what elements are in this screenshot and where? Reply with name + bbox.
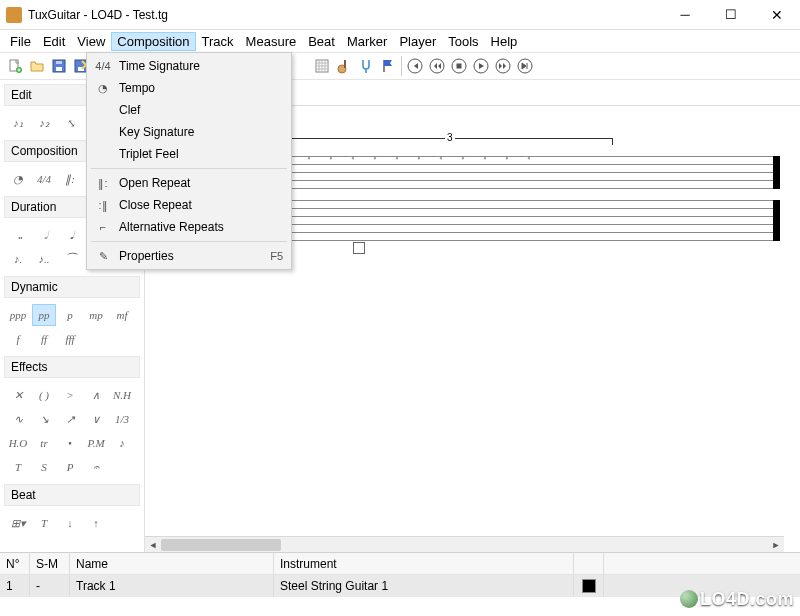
horizontal-scrollbar[interactable]: ◄ ► — [145, 536, 784, 552]
player-first-button[interactable] — [404, 55, 426, 77]
menu-properties[interactable]: ✎ Properties F5 — [89, 245, 289, 267]
menu-label: Open Repeat — [119, 176, 190, 190]
close-button[interactable]: ✕ — [754, 0, 800, 29]
marker-button[interactable] — [377, 55, 399, 77]
col-instrument[interactable]: Instrument — [274, 553, 574, 574]
effect-fermata-button[interactable]: 𝄐 — [84, 456, 108, 478]
scroll-right-arrow-icon[interactable]: ► — [768, 537, 784, 552]
menu-track[interactable]: Track — [196, 32, 240, 51]
dynamic-pp-button[interactable]: pp — [32, 304, 56, 326]
new-icon — [7, 58, 23, 74]
new-button[interactable] — [4, 55, 26, 77]
effect-slide-button[interactable]: ↘ — [32, 408, 56, 430]
maximize-button[interactable]: ☐ — [708, 0, 754, 29]
chord-button[interactable] — [311, 55, 333, 77]
dynamic-mf-button[interactable]: mf — [110, 304, 134, 326]
chord-icon — [314, 58, 330, 74]
dynamic-fff-button[interactable]: fff — [58, 328, 82, 350]
effect-popping-button[interactable]: P — [58, 456, 82, 478]
duration-dbldotted-button[interactable]: ♪.. — [32, 248, 56, 270]
instruments-button[interactable] — [355, 55, 377, 77]
col-number[interactable]: N° — [0, 553, 30, 574]
duration-half-button[interactable]: 𝅗𝅥 — [32, 224, 56, 246]
menu-shortcut: F5 — [270, 250, 283, 262]
beat-text-button[interactable]: T — [32, 512, 56, 534]
menu-help[interactable]: Help — [485, 32, 524, 51]
open-button[interactable] — [26, 55, 48, 77]
menu-file[interactable]: File — [4, 32, 37, 51]
edit-voice2-button[interactable]: ♪₂ — [32, 112, 56, 134]
duration-whole-button[interactable]: 𝅝 — [6, 224, 30, 246]
edit-select-button[interactable]: ⤡ — [58, 112, 82, 134]
scroll-left-arrow-icon[interactable]: ◄ — [145, 537, 161, 552]
player-prev-button[interactable] — [426, 55, 448, 77]
menu-measure[interactable]: Measure — [240, 32, 303, 51]
menu-time-signature[interactable]: 4/4 Time Signature — [89, 55, 289, 77]
menu-label: Triplet Feel — [119, 147, 179, 161]
menu-edit[interactable]: Edit — [37, 32, 71, 51]
tuning-fork-icon — [358, 58, 374, 74]
col-sm[interactable]: S-M — [30, 553, 70, 574]
player-play-button[interactable] — [470, 55, 492, 77]
effect-harmonic-button[interactable]: N.H — [110, 384, 134, 406]
effect-ghost-button[interactable]: ( ) — [32, 384, 56, 406]
dynamic-ff-button[interactable]: ff — [32, 328, 56, 350]
menu-tempo[interactable]: ◔ Tempo — [89, 77, 289, 99]
menu-label: Tempo — [119, 81, 155, 95]
menu-tools[interactable]: Tools — [442, 32, 484, 51]
menu-triplet-feel[interactable]: Triplet Feel — [89, 143, 289, 165]
player-next-button[interactable] — [492, 55, 514, 77]
menu-key-signature[interactable]: Key Signature — [89, 121, 289, 143]
menu-clef[interactable]: Clef — [89, 99, 289, 121]
player-last-button[interactable] — [514, 55, 536, 77]
duration-quarter-button[interactable]: 𝅘𝅥 — [58, 224, 82, 246]
scrollbar-thumb[interactable] — [161, 539, 281, 551]
effect-tremolo-button[interactable]: ∨ — [84, 408, 108, 430]
menu-open-repeat[interactable]: ‖: Open Repeat — [89, 172, 289, 194]
save-button[interactable] — [48, 55, 70, 77]
col-color[interactable] — [574, 553, 604, 574]
dynamic-mp-button[interactable]: mp — [84, 304, 108, 326]
menu-beat[interactable]: Beat — [302, 32, 341, 51]
duration-tie-button[interactable]: ⁀ — [58, 248, 82, 270]
menu-composition[interactable]: Composition — [111, 32, 195, 51]
beat-stroke-down-button[interactable]: ↓ — [58, 512, 82, 534]
effect-vibrato-button[interactable]: ∿ — [6, 408, 30, 430]
menu-close-repeat[interactable]: :‖ Close Repeat — [89, 194, 289, 216]
edit-voice1-button[interactable]: ♪₁ — [6, 112, 30, 134]
menu-view[interactable]: View — [71, 32, 111, 51]
effect-hammer-button[interactable]: H.O — [6, 432, 30, 454]
beat-stroke-up-button[interactable]: ↑ — [84, 512, 108, 534]
effect-grace-button[interactable]: ♪ — [110, 432, 134, 454]
effect-trill-button[interactable]: tr — [32, 432, 56, 454]
effect-palmmute-button[interactable]: P.M — [84, 432, 108, 454]
svg-rect-18 — [457, 64, 462, 69]
effect-heavy-accent-button[interactable]: ∧ — [84, 384, 108, 406]
menu-marker[interactable]: Marker — [341, 32, 393, 51]
menu-alternative-repeats[interactable]: ⌐ Alternative Repeats — [89, 216, 289, 238]
beat-chord-button[interactable]: ⊞▾ — [6, 512, 30, 534]
player-stop-button[interactable] — [448, 55, 470, 77]
tempo-button[interactable]: ◔ — [6, 168, 30, 190]
menu-label: Properties — [119, 249, 174, 263]
fretboard-button[interactable] — [333, 55, 355, 77]
dynamic-f-button[interactable]: f — [6, 328, 30, 350]
effect-slapping-button[interactable]: S — [32, 456, 56, 478]
tempo-icon: ◔ — [13, 173, 23, 186]
effect-dead-button[interactable]: ✕ — [6, 384, 30, 406]
menu-player[interactable]: Player — [393, 32, 442, 51]
track-color[interactable] — [574, 575, 604, 597]
repeat-button[interactable]: ‖: — [58, 168, 82, 190]
timesig-button[interactable]: 4/4 — [32, 168, 56, 190]
window-title: TuxGuitar - LO4D - Test.tg — [28, 8, 662, 22]
effect-tapping-button[interactable]: T — [6, 456, 30, 478]
effect-bend-button[interactable]: ↗ — [58, 408, 82, 430]
duration-dotted-button[interactable]: ♪. — [6, 248, 30, 270]
effect-accent-button[interactable]: > — [58, 384, 82, 406]
effect-staccato-button[interactable]: • — [58, 432, 82, 454]
col-name[interactable]: Name — [70, 553, 274, 574]
effect-triplet-button[interactable]: 1/3 — [110, 408, 134, 430]
dynamic-p-button[interactable]: p — [58, 304, 82, 326]
dynamic-ppp-button[interactable]: ppp — [6, 304, 30, 326]
minimize-button[interactable]: ─ — [662, 0, 708, 29]
